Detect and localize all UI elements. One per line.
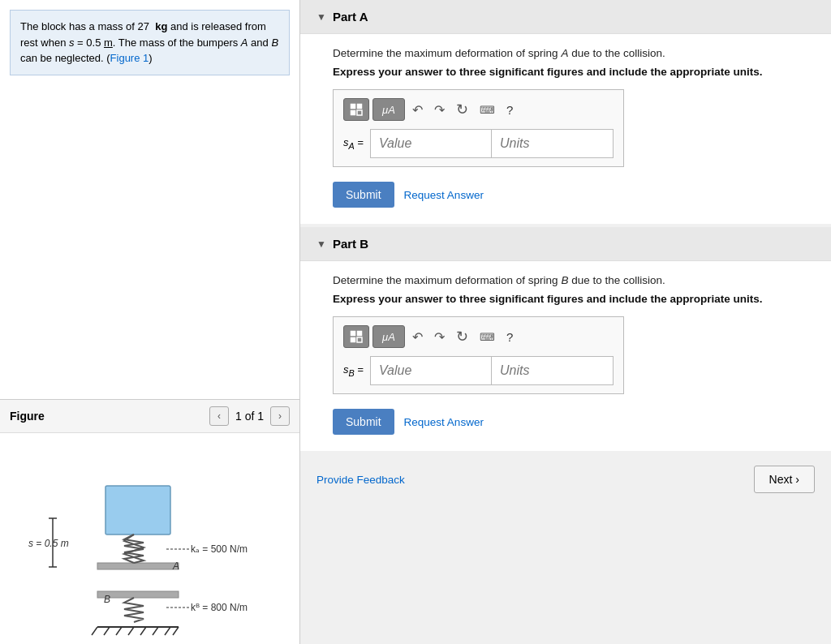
svg-line-21: [173, 627, 179, 635]
svg-rect-24: [351, 110, 355, 115]
figure-canvas: s = 0.5 m A kₐ = 500 N/m: [0, 433, 299, 644]
part-a-answer-box: μA ↶ ↷ ↻ ⌨ ? sA =: [333, 89, 624, 167]
svg-rect-28: [351, 337, 355, 342]
part-a-keyboard-button[interactable]: ⌨: [476, 98, 499, 121]
part-a-value-input[interactable]: [370, 129, 492, 158]
problem-text-box: The block has a mass of 27 kg and is rel…: [10, 10, 290, 75]
part-a-input-label: sA =: [343, 136, 364, 151]
part-a-grid-button[interactable]: [343, 98, 369, 121]
svg-text:A: A: [172, 560, 179, 572]
part-a-input-row: sA =: [343, 129, 614, 158]
figure-header: Figure ‹ 1 of 1 ›: [0, 400, 299, 433]
svg-line-20: [165, 627, 170, 635]
part-a-section: ▼ Part A Determine the maximum deformati…: [300, 0, 831, 224]
bottom-bar: Provide Feedback Next ›: [300, 454, 831, 504]
part-b-mu-button[interactable]: μA: [372, 325, 405, 348]
problem-text: The block has a mass of 27 kg and is rel…: [20, 20, 278, 64]
part-a-description: Determine the maximum deformation of spr…: [333, 47, 805, 59]
figure-title: Figure: [10, 410, 45, 423]
svg-line-16: [116, 627, 122, 635]
part-a-label: Part A: [333, 10, 368, 24]
svg-text:kᴮ = 800 N/m: kᴮ = 800 N/m: [191, 602, 248, 613]
part-a-instruction: Express your answer to three significant…: [333, 66, 805, 78]
svg-line-14: [92, 627, 97, 635]
part-a-request-link[interactable]: Request Answer: [404, 189, 484, 201]
part-b-undo-button[interactable]: ↶: [408, 325, 427, 348]
figure-section: Figure ‹ 1 of 1 › s = 0.5 m A: [0, 399, 299, 644]
part-b-description: Determine the maximum deformation of spr…: [333, 274, 805, 286]
next-label: Next: [769, 473, 793, 486]
figure-svg: s = 0.5 m A kₐ = 500 N/m: [28, 437, 272, 640]
part-a-body: Determine the maximum deformation of spr…: [300, 34, 831, 224]
part-b-collapse-icon[interactable]: ▼: [316, 238, 326, 250]
part-a-submit-button[interactable]: Submit: [333, 182, 394, 208]
part-a-units-input[interactable]: [492, 129, 614, 158]
figure-next-button[interactable]: ›: [270, 406, 290, 426]
part-b-keyboard-button[interactable]: ⌨: [476, 325, 499, 348]
part-b-label: Part B: [333, 237, 368, 251]
right-panel: ▼ Part A Determine the maximum deformati…: [300, 0, 831, 644]
part-b-body: Determine the maximum deformation of spr…: [300, 261, 831, 451]
svg-line-15: [104, 627, 110, 635]
left-panel: The block has a mass of 27 kg and is rel…: [0, 0, 300, 644]
figure-link[interactable]: Figure 1: [110, 52, 149, 64]
part-a-help-button[interactable]: ?: [502, 98, 517, 121]
svg-rect-26: [351, 331, 355, 336]
part-b-grid-button[interactable]: [343, 325, 369, 348]
next-arrow-icon: ›: [795, 473, 799, 486]
part-b-answer-box: μA ↶ ↷ ↻ ⌨ ? sB =: [333, 316, 624, 394]
part-b-request-link[interactable]: Request Answer: [404, 416, 484, 428]
part-b-header: ▼ Part B: [300, 227, 831, 261]
figure-prev-button[interactable]: ‹: [209, 406, 229, 426]
part-a-mu-button[interactable]: μA: [372, 98, 405, 121]
next-button[interactable]: Next ›: [754, 466, 815, 493]
part-a-toolbar: μA ↶ ↷ ↻ ⌨ ?: [343, 98, 614, 121]
svg-line-19: [153, 627, 158, 635]
svg-rect-4: [105, 486, 170, 535]
svg-rect-27: [357, 331, 362, 336]
svg-text:kₐ = 500 N/m: kₐ = 500 N/m: [191, 543, 248, 555]
svg-rect-29: [357, 337, 362, 342]
figure-page: 1 of 1: [235, 410, 264, 423]
part-b-input-row: sB =: [343, 356, 614, 385]
part-b-units-input[interactable]: [492, 356, 614, 385]
part-b-instruction: Express your answer to three significant…: [333, 293, 805, 305]
part-b-submit-button[interactable]: Submit: [333, 409, 394, 435]
part-a-undo-button[interactable]: ↶: [408, 98, 427, 121]
part-b-toolbar: μA ↶ ↷ ↻ ⌨ ?: [343, 325, 614, 348]
spring-a: [124, 535, 144, 563]
svg-text:B: B: [104, 594, 110, 605]
part-a-redo-button[interactable]: ↷: [430, 98, 449, 121]
part-b-refresh-button[interactable]: ↻: [452, 325, 472, 348]
part-a-refresh-button[interactable]: ↻: [452, 98, 472, 121]
svg-rect-23: [357, 104, 362, 109]
spring-b: [124, 598, 144, 622]
part-b-action-row: Submit Request Answer: [333, 409, 805, 435]
part-a-header: ▼ Part A: [300, 0, 831, 34]
part-a-action-row: Submit Request Answer: [333, 182, 805, 208]
svg-text:s = 0.5 m: s = 0.5 m: [28, 538, 69, 549]
svg-line-17: [128, 627, 134, 635]
figure-nav: ‹ 1 of 1 ›: [209, 406, 290, 426]
part-b-input-label: sB =: [343, 363, 364, 378]
part-b-help-button[interactable]: ?: [502, 325, 517, 348]
svg-line-18: [140, 627, 146, 635]
part-a-collapse-icon[interactable]: ▼: [316, 11, 326, 23]
part-b-redo-button[interactable]: ↷: [430, 325, 449, 348]
part-b-section: ▼ Part B Determine the maximum deformati…: [300, 227, 831, 451]
svg-rect-5: [97, 563, 179, 569]
svg-rect-22: [351, 104, 355, 109]
feedback-link[interactable]: Provide Feedback: [316, 474, 405, 486]
svg-rect-25: [357, 110, 362, 115]
part-b-value-input[interactable]: [370, 356, 492, 385]
